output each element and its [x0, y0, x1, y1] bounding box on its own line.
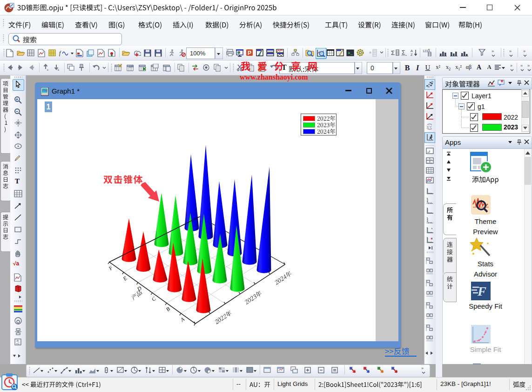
svg-text:F: F — [477, 284, 486, 298]
svg-text:+C: +C — [16, 342, 20, 345]
svg-text:E: E — [121, 275, 128, 282]
svg-text:XY: XY — [426, 125, 432, 129]
svg-text:F: F — [108, 264, 114, 271]
svg-text:A: A — [179, 316, 185, 323]
svg-text:»: » — [510, 63, 512, 68]
svg-text:123: 123 — [423, 49, 428, 53]
svg-text:>_: >_ — [348, 51, 353, 56]
svg-text:»: » — [520, 63, 523, 68]
svg-text:123: 123 — [129, 65, 134, 68]
svg-text:»: » — [509, 49, 512, 54]
svg-text:»: » — [527, 63, 530, 68]
svg-text:»: » — [492, 49, 494, 54]
svg-text:C: C — [150, 296, 157, 302]
svg-text:Z: Z — [411, 53, 413, 56]
svg-text:»: » — [421, 366, 424, 371]
svg-text:P: P — [248, 50, 251, 56]
svg-text:»: » — [523, 49, 525, 54]
svg-text:+: + — [57, 68, 60, 71]
svg-text:Σ: Σ — [391, 49, 395, 56]
svg-text:B: B — [165, 306, 171, 312]
svg-text:+: + — [47, 68, 49, 71]
svg-text:Σ: Σ — [402, 49, 405, 56]
svg-text:f: f — [59, 50, 61, 56]
